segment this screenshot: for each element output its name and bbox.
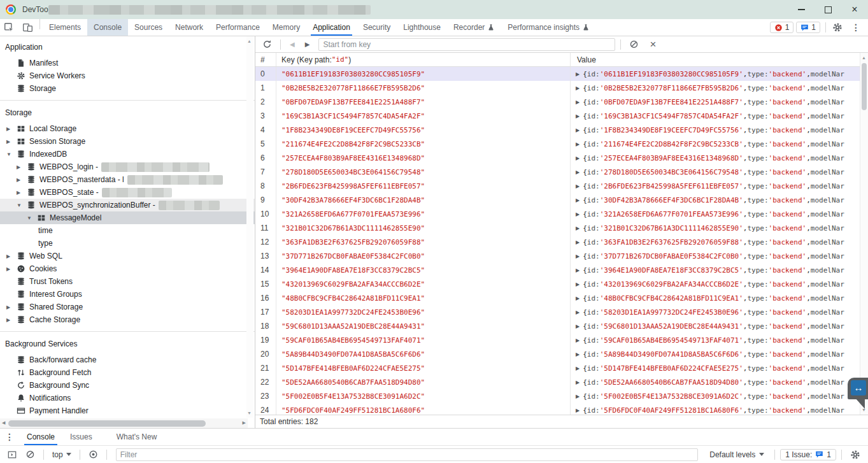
clear-console-icon[interactable] xyxy=(22,450,38,459)
table-row[interactable]: 3"169C3B1A3CF1C5494F7857C4DA54FA2F"▶{id:… xyxy=(255,109,860,123)
table-row[interactable]: 23"5F002E0B5F4E13A7532B8CE3091A6D2C"▶{id… xyxy=(255,389,860,403)
value-cell[interactable]: ▶{id: '278D180D5E650034BC3E064156C79548'… xyxy=(571,165,860,179)
sidebar-item-webpos-login[interactable]: ▶WEBPOS_login - xyxy=(0,160,255,173)
table-row[interactable]: 21"5D147BFE414BFEB0AF6D224CFAE5E275"▶{id… xyxy=(255,361,860,375)
value-cell[interactable]: ▶{id: '5DE52AA6680540B6CAB7FAA518D94D80'… xyxy=(571,375,860,389)
tab-performance[interactable]: Performance xyxy=(210,19,266,36)
table-row[interactable]: 16"48B0CFBC9CFB4C28642A81BFD11C9EA1"▶{id… xyxy=(255,291,860,305)
expander-right-icon[interactable]: ▶ xyxy=(576,141,580,147)
teamviewer-overlay[interactable]: ↔ xyxy=(845,378,868,411)
table-row[interactable]: 17"58203D1EA1A997732DC24FE2453B0E96"▶{id… xyxy=(255,305,860,319)
sidebar-item-cookies[interactable]: ▶Cookies xyxy=(0,262,255,275)
value-cell[interactable]: ▶{id: '211674E4FE2C2D8B42F8F2C9BC5233CB'… xyxy=(571,137,860,151)
expander-right-icon[interactable]: ▶ xyxy=(576,127,580,133)
drawer-tab-whats-new[interactable]: What's New xyxy=(109,429,165,445)
sidebar-item-session-storage[interactable]: ▶Session Storage xyxy=(0,135,255,148)
value-cell[interactable]: ▶{id: '48B0CFBC9CFB4C28642A81BFD11C9EA1'… xyxy=(571,291,860,305)
expander-right-icon[interactable]: ▶ xyxy=(576,239,580,245)
table-row[interactable]: 6"257ECEA4F803B9AF8EE4316E1348968D"▶{id:… xyxy=(255,151,860,165)
javascript-context-selector[interactable]: top xyxy=(49,450,75,459)
tab-network[interactable]: Network xyxy=(169,19,210,36)
sidebar-item-storage[interactable]: Storage xyxy=(0,82,255,95)
sidebar-item-webpos-synchronizationbuffer[interactable]: ▼WEBPOS_synchronizationBuffer - xyxy=(0,199,255,211)
grid-vertical-scrollbar[interactable]: ▲ ▼ xyxy=(860,53,868,415)
value-cell[interactable]: ▶{id: '3964E1A90DFA8EA7E18F3CC8379C2BC5'… xyxy=(571,263,860,277)
console-settings-gear-icon[interactable] xyxy=(847,450,864,460)
table-row[interactable]: 5"211674E4FE2C2D8B42F8F2C9BC5233CB"▶{id:… xyxy=(255,137,860,151)
device-toolbar-icon[interactable] xyxy=(18,19,37,36)
table-row[interactable]: 22"5DE52AA6680540B6CAB7FAA518D94D80"▶{id… xyxy=(255,375,860,389)
sidebar-item-manifest[interactable]: Manifest xyxy=(0,57,255,69)
expander-right-icon[interactable]: ▶ xyxy=(576,71,580,77)
expander-right-icon[interactable]: ▶ xyxy=(576,169,580,175)
table-row[interactable]: 10"321A2658EFD6A677F0701FEAA573E996"▶{id… xyxy=(255,207,860,221)
live-expression-eye-icon[interactable] xyxy=(85,450,101,459)
sidebar-item-indexeddb[interactable]: ▼IndexedDB xyxy=(0,148,255,160)
expander-right-icon[interactable]: ▶ xyxy=(576,296,580,301)
expander-right-icon[interactable]: ▶ xyxy=(6,304,17,310)
scroll-left-icon[interactable]: ◀ xyxy=(2,420,5,425)
expander-right-icon[interactable]: ▶ xyxy=(576,99,580,105)
table-row[interactable]: 15"432013969C6029FBA2AFA34ACCCB6D2E"▶{id… xyxy=(255,277,860,291)
column-header-number[interactable]: # xyxy=(255,53,276,66)
console-filter-input[interactable] xyxy=(116,448,699,461)
expander-right-icon[interactable]: ▶ xyxy=(6,317,17,323)
value-cell[interactable]: ▶{id: '5D147BFE414BFEB0AF6D224CFAE5E275'… xyxy=(571,361,860,375)
value-cell[interactable]: ▶{id: '5F002E0B5F4E13A7532B8CE3091A6D2C'… xyxy=(571,389,860,403)
expander-right-icon[interactable]: ▶ xyxy=(6,253,17,259)
sidebar-item-service-workers[interactable]: Service Workers xyxy=(0,69,255,82)
more-options-icon[interactable]: ⋮ xyxy=(846,22,865,32)
settings-gear-icon[interactable] xyxy=(829,22,846,32)
clear-object-store-icon[interactable] xyxy=(626,39,642,49)
expander-right-icon[interactable]: ▶ xyxy=(576,380,580,385)
sidebar-item-messagemodel[interactable]: ▼MessageModel xyxy=(0,211,255,224)
sidebar-item-notifications[interactable]: Notifications xyxy=(0,392,255,404)
expander-right-icon[interactable]: ▶ xyxy=(6,126,17,132)
restore-button[interactable] xyxy=(815,0,841,19)
expander-right-icon[interactable]: ▶ xyxy=(576,253,580,259)
sidebar-item-local-storage[interactable]: ▶Local Storage xyxy=(0,122,255,135)
value-cell[interactable]: ▶{id: '5FD6FDC0F40AF249FF51281BC1A680F6'… xyxy=(571,403,860,415)
sidebar-item-cache-storage[interactable]: ▶Cache Storage xyxy=(0,313,255,326)
value-cell[interactable]: ▶{id: '2B6FDE623FB425998A5FEF611EBFE057'… xyxy=(571,179,860,193)
tab-recorder[interactable]: Recorder xyxy=(447,19,501,36)
expander-right-icon[interactable]: ▶ xyxy=(576,211,580,217)
scroll-down-icon[interactable]: ▼ xyxy=(247,411,252,415)
console-sidebar-toggle-icon[interactable] xyxy=(4,450,20,459)
value-cell[interactable]: ▶{id: '363FA1DB3E2F637625FB292076059F88'… xyxy=(571,235,860,249)
issues-counter[interactable]: 1 Issue: 1 xyxy=(780,449,836,460)
table-row[interactable]: 18"59C6801D13AAA52A19DEBC28E44A9431"▶{id… xyxy=(255,319,860,333)
expander-right-icon[interactable]: ▶ xyxy=(576,155,580,161)
sidebar-item-web-sql[interactable]: ▶Web SQL xyxy=(0,250,255,262)
expander-right-icon[interactable]: ▶ xyxy=(576,267,580,273)
expander-right-icon[interactable]: ▶ xyxy=(576,310,580,315)
value-cell[interactable]: ▶{id: '0B2BE5B2E320778F11866E7FB595B2D6'… xyxy=(571,81,860,95)
sidebar-item-shared-storage[interactable]: ▶Shared Storage xyxy=(0,301,255,313)
sidebar-item-webpos-masterdata-l[interactable]: ▶WEBPOS_masterdata - l xyxy=(0,173,255,186)
table-row[interactable]: 14"3964E1A90DFA8EA7E18F3CC8379C2BC5"▶{id… xyxy=(255,263,860,277)
expander-right-icon[interactable]: ▶ xyxy=(576,338,580,343)
expander-right-icon[interactable]: ▶ xyxy=(576,408,580,413)
sidebar-item-type[interactable]: type xyxy=(0,237,255,250)
expander-right-icon[interactable]: ▶ xyxy=(576,324,580,329)
value-cell[interactable]: ▶{id: '0BFD07EDA9F13B7FEE841E2251A488F7'… xyxy=(571,95,860,109)
table-row[interactable]: 9"30DF42B3A78666EF4F3DC6BC1F28DA4B"▶{id:… xyxy=(255,193,860,207)
sidebar-item-webpos-state[interactable]: ▶WEBPOS_state - xyxy=(0,186,255,199)
expander-right-icon[interactable]: ▶ xyxy=(576,366,580,371)
sidebar-vertical-scrollbar[interactable]: ▲ ▼ xyxy=(246,36,253,418)
expander-down-icon[interactable]: ▼ xyxy=(6,152,17,157)
table-row[interactable]: 0"0611B1EF19183F03803280CC985105F9"▶{id:… xyxy=(255,67,860,81)
expander-right-icon[interactable]: ▶ xyxy=(576,85,580,91)
sidebar-item-payment-handler[interactable]: Payment Handler xyxy=(0,404,255,417)
delete-selected-icon[interactable]: × xyxy=(644,38,661,51)
expander-right-icon[interactable]: ▶ xyxy=(17,164,27,170)
scroll-up-icon[interactable]: ▲ xyxy=(247,39,252,43)
tab-elements[interactable]: Elements xyxy=(43,19,87,36)
tab-application[interactable]: Application xyxy=(306,19,357,36)
expander-right-icon[interactable]: ▶ xyxy=(17,190,27,196)
table-row[interactable]: 12"363FA1DB3E2F637625FB292076059F88"▶{id… xyxy=(255,235,860,249)
expander-right-icon[interactable]: ▶ xyxy=(6,139,17,145)
tab-memory[interactable]: Memory xyxy=(266,19,306,36)
table-row[interactable]: 7"278D180D5E650034BC3E064156C79548"▶{id:… xyxy=(255,165,860,179)
expander-right-icon[interactable]: ▶ xyxy=(576,281,580,287)
